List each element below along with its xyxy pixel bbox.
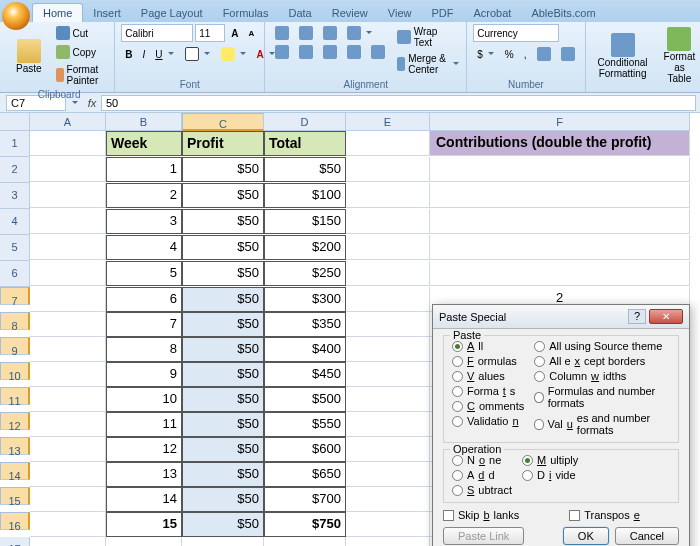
number-format-select[interactable] xyxy=(473,24,559,42)
currency-button[interactable]: $ xyxy=(473,47,499,62)
row-header-9[interactable]: 9 xyxy=(0,337,30,355)
cell-E13[interactable] xyxy=(346,437,430,462)
tab-pdf[interactable]: PDF xyxy=(421,4,463,22)
cell-C17[interactable] xyxy=(182,537,264,546)
decrease-indent-button[interactable] xyxy=(343,43,365,61)
grow-font-button[interactable]: A xyxy=(227,26,242,41)
tab-page-layout[interactable]: Page Layout xyxy=(131,4,213,22)
cell-B12[interactable]: 11 xyxy=(106,412,182,437)
cell-C14[interactable]: $50 xyxy=(182,462,264,487)
cell-E15[interactable] xyxy=(346,487,430,512)
shrink-font-button[interactable]: A xyxy=(245,27,259,40)
col-header-C[interactable]: C xyxy=(182,113,264,131)
radio-except-borders[interactable]: All except borders xyxy=(534,355,670,367)
cell-B7[interactable]: 6 xyxy=(106,287,182,312)
format-as-table-button[interactable]: Format as Table xyxy=(658,24,700,87)
cell-D12[interactable]: $550 xyxy=(264,412,346,437)
cell-B13[interactable]: 12 xyxy=(106,437,182,462)
border-button[interactable] xyxy=(181,45,215,63)
cell-B1[interactable]: Week xyxy=(106,131,182,156)
cell-A14[interactable] xyxy=(30,462,106,487)
row-header-6[interactable]: 6 xyxy=(0,261,30,287)
cell-A4[interactable] xyxy=(30,209,106,234)
cell-A1[interactable] xyxy=(30,131,106,156)
tab-data[interactable]: Data xyxy=(278,4,321,22)
radio-formulas-number[interactable]: Formulas and number formats xyxy=(534,385,670,409)
cell-D14[interactable]: $650 xyxy=(264,462,346,487)
cell-B8[interactable]: 7 xyxy=(106,312,182,337)
tab-review[interactable]: Review xyxy=(322,4,378,22)
cell-B2[interactable]: 1 xyxy=(106,157,182,182)
cell-E5[interactable] xyxy=(346,235,430,260)
cell-E4[interactable] xyxy=(346,209,430,234)
radio-all[interactable]: All xyxy=(452,340,524,352)
cell-D15[interactable]: $700 xyxy=(264,487,346,512)
cell-B9[interactable]: 8 xyxy=(106,337,182,362)
row-header-14[interactable]: 14 xyxy=(0,462,30,480)
cell-D1[interactable]: Total xyxy=(264,131,346,156)
radio-none[interactable]: None xyxy=(452,454,512,466)
close-button[interactable]: ✕ xyxy=(649,309,683,324)
cell-E6[interactable] xyxy=(346,261,430,286)
align-center-button[interactable] xyxy=(295,43,317,61)
cell-C1[interactable]: Profit xyxy=(182,131,264,156)
row-header-12[interactable]: 12 xyxy=(0,412,30,430)
cell-E8[interactable] xyxy=(346,312,430,337)
row-header-10[interactable]: 10 xyxy=(0,362,30,380)
cell-A12[interactable] xyxy=(30,412,106,437)
cell-A6[interactable] xyxy=(30,261,106,286)
align-right-button[interactable] xyxy=(319,43,341,61)
cell-B5[interactable]: 4 xyxy=(106,235,182,260)
cell-A5[interactable] xyxy=(30,235,106,260)
cell-B4[interactable]: 3 xyxy=(106,209,182,234)
radio-validation[interactable]: Validation xyxy=(452,415,524,427)
row-header-5[interactable]: 5 xyxy=(0,235,30,261)
font-name-select[interactable] xyxy=(121,24,193,42)
percent-button[interactable]: % xyxy=(501,47,518,62)
fill-color-button[interactable] xyxy=(217,45,251,63)
copy-button[interactable]: Copy xyxy=(52,43,109,61)
cell-D9[interactable]: $400 xyxy=(264,337,346,362)
font-size-select[interactable] xyxy=(195,24,225,42)
paste-link-button[interactable]: Paste Link xyxy=(443,527,524,545)
italic-button[interactable]: I xyxy=(139,47,150,62)
cell-C2[interactable]: $50 xyxy=(182,157,264,182)
select-all-corner[interactable] xyxy=(0,113,30,131)
check-skip-blanks[interactable]: Skip blanks xyxy=(443,509,519,521)
radio-add[interactable]: Add xyxy=(452,469,512,481)
ok-button[interactable]: OK xyxy=(563,527,609,545)
check-transpose[interactable]: Transpose xyxy=(569,509,640,521)
row-header-15[interactable]: 15 xyxy=(0,487,30,505)
cell-D10[interactable]: $450 xyxy=(264,362,346,387)
cell-A13[interactable] xyxy=(30,437,106,462)
dialog-titlebar[interactable]: Paste Special ? ✕ xyxy=(433,305,689,329)
radio-source-theme[interactable]: All using Source theme xyxy=(534,340,670,352)
cell-C9[interactable]: $50 xyxy=(182,337,264,362)
radio-multiply[interactable]: Multiply xyxy=(522,454,578,466)
cell-E17[interactable] xyxy=(346,537,430,546)
comma-button[interactable]: , xyxy=(520,47,531,62)
row-header-11[interactable]: 11 xyxy=(0,387,30,405)
cell-C11[interactable]: $50 xyxy=(182,387,264,412)
cell-C13[interactable]: $50 xyxy=(182,437,264,462)
cell-A11[interactable] xyxy=(30,387,106,412)
col-header-D[interactable]: D xyxy=(264,113,346,131)
cell-C15[interactable]: $50 xyxy=(182,487,264,512)
decrease-decimal-button[interactable] xyxy=(557,45,579,63)
cell-F2[interactable] xyxy=(430,157,690,182)
cell-D17[interactable] xyxy=(264,537,346,546)
tab-ablebits[interactable]: AbleBits.com xyxy=(521,4,605,22)
tab-insert[interactable]: Insert xyxy=(83,4,131,22)
cell-A10[interactable] xyxy=(30,362,106,387)
row-header-16[interactable]: 16 xyxy=(0,512,30,530)
tab-acrobat[interactable]: Acrobat xyxy=(463,4,521,22)
cell-A15[interactable] xyxy=(30,487,106,512)
row-header-13[interactable]: 13 xyxy=(0,437,30,455)
cell-B15[interactable]: 14 xyxy=(106,487,182,512)
cell-C3[interactable]: $50 xyxy=(182,183,264,208)
row-header-1[interactable]: 1 xyxy=(0,131,30,157)
cancel-button[interactable]: Cancel xyxy=(615,527,679,545)
cell-E12[interactable] xyxy=(346,412,430,437)
radio-comments[interactable]: Comments xyxy=(452,400,524,412)
cell-A7[interactable] xyxy=(30,287,106,312)
